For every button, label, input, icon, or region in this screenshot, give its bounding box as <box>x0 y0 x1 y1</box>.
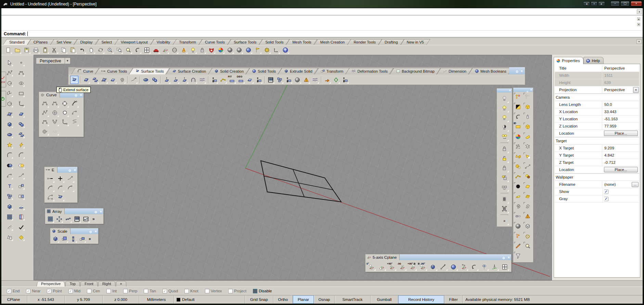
status-cell[interactable]: y 5.709 <box>65 295 103 304</box>
osnap-toggle[interactable]: Project <box>228 289 246 293</box>
close-icon[interactable]: × <box>95 229 97 233</box>
surface-tool-icon-greendia[interactable] <box>332 76 340 84</box>
selection-tool-icon-wedge[interactable] <box>523 132 532 141</box>
workspace-tab[interactable]: Mesh Creation <box>316 39 349 45</box>
property-row[interactable]: Wallpaper ▼ <box>555 173 639 181</box>
curve-palette-icon-curvepts[interactable] <box>40 99 49 108</box>
curve-palette-icon-conic[interactable] <box>40 126 49 136</box>
status-cell[interactable]: Gumball <box>371 295 398 304</box>
toolbar-icon-magdash[interactable] <box>115 46 123 54</box>
curve-palette-icon-blob[interactable] <box>60 108 69 117</box>
array-palette-icon-arraycrv[interactable] <box>64 215 72 223</box>
cplane-tool-icon-cplf[interactable]: B -90° <box>418 263 427 271</box>
extend-palette-icon-extarc[interactable] <box>46 183 55 192</box>
perspective-viewport[interactable]: Perspective ▼ CurveCurve ToolsSurface To… <box>34 55 552 280</box>
close-icon[interactable]: × <box>80 93 82 97</box>
menu-item-view[interactable] <box>16 8 22 15</box>
toolbar-icon-magplus[interactable] <box>106 46 114 54</box>
selection-tool-icon-rings[interactable] <box>514 142 523 151</box>
gear-icon[interactable] <box>89 229 93 233</box>
surface-tool-icon-srfrect[interactable]: FIT <box>228 76 236 84</box>
surface-tool-icon-person[interactable] <box>341 76 349 84</box>
osnap-toggle[interactable]: End <box>7 289 20 293</box>
command-history[interactable]: ▲ ▼ <box>1 15 643 30</box>
curve-palette-icon-meshball[interactable] <box>50 108 59 117</box>
browse-button[interactable]: ... <box>632 182 639 187</box>
curve-palette-icon-spring[interactable] <box>70 117 79 126</box>
selection-tool-icon-idtag[interactable]: ID <box>514 122 523 131</box>
selection-tool-icon-srfgold[interactable] <box>514 192 523 201</box>
cplane-tool-icon-cplpts[interactable] <box>459 263 468 271</box>
selection-tool-icon-wheel[interactable] <box>514 132 523 141</box>
osnap-checkbox[interactable] <box>184 289 189 293</box>
selection-tool-icon-pyramid[interactable] <box>523 212 532 221</box>
status-cell[interactable]: Millimeters <box>139 295 174 304</box>
workspace-tab[interactable]: Standard <box>5 39 29 45</box>
osnap-toggle[interactable]: Knot <box>184 289 198 293</box>
visibility-tool-icon-framesel[interactable] <box>500 194 509 204</box>
sidebar-icon-patches[interactable] <box>17 131 25 139</box>
sidebar-icon-polygonic[interactable] <box>5 100 14 108</box>
scroll-up-icon[interactable]: ▲ <box>637 17 640 21</box>
sidebar-icon-rectic[interactable] <box>17 89 25 98</box>
status-cell[interactable]: Filter <box>445 295 463 304</box>
menu-item-edit[interactable] <box>10 8 16 15</box>
more-tools-chevron[interactable]: » <box>91 217 96 221</box>
workspace-tab[interactable]: Display <box>76 39 97 45</box>
surface-tool-icon-arch[interactable] <box>189 76 197 84</box>
selection-tool-icon-spiral[interactable] <box>514 202 523 211</box>
surface-tool-icon-sep[interactable] <box>263 76 266 84</box>
sidebar-icon-spheres2[interactable] <box>17 120 25 129</box>
toolbar-icon-bulb[interactable] <box>189 46 197 54</box>
visibility-tool-icon-bulbgray[interactable] <box>500 94 509 103</box>
cplane-tool-icon-grid4[interactable] <box>500 263 510 271</box>
property-row[interactable]: Height 639 639 ▼ <box>555 79 639 86</box>
curve-palette-icon-curvepts[interactable] <box>50 99 59 108</box>
toolbar-icon-grid4[interactable] <box>143 46 151 54</box>
selection-tool-icon-handpts[interactable] <box>514 172 523 181</box>
osnap-checkbox[interactable] <box>228 289 233 293</box>
surface-tool-icon-sep[interactable] <box>139 76 141 84</box>
property-row[interactable]: Location Place... Place... ▼ <box>555 130 639 137</box>
toolbar-group-tab-extline[interactable]: Curve Tools <box>97 68 131 74</box>
toolbar-icon-flag[interactable] <box>254 46 262 54</box>
selection-tool-icon-cubey[interactable] <box>523 102 532 111</box>
property-row[interactable]: Lens Length 50.0 50.0 ▼ <box>555 101 639 108</box>
sidebar-icon-arcpts[interactable] <box>5 172 14 180</box>
dock-tab-wheel[interactable]: Properties <box>554 57 583 64</box>
surface-tool-icon-sep[interactable] <box>320 76 322 84</box>
menu-item-window[interactable] <box>77 8 83 15</box>
selection-tool-icon-magwin[interactable] <box>523 242 532 251</box>
surface-tool-icon-pyramid[interactable] <box>302 76 310 84</box>
gear-icon[interactable] <box>515 69 519 73</box>
cplane-tool-icon-cpleye[interactable] <box>479 263 489 271</box>
scale-palette-tab[interactable]: Scale <box>50 228 70 234</box>
checkbox[interactable] <box>604 190 608 194</box>
surface-tool-icon-waves[interactable] <box>311 76 319 84</box>
toolbar-icon-spheregray[interactable] <box>235 46 243 54</box>
visibility-tool-icon-lockhalf[interactable] <box>500 173 509 182</box>
osnap-toggle[interactable]: Int <box>106 289 117 293</box>
curve-palette-icon-veepts[interactable] <box>50 117 59 126</box>
array-palette-icon-arraygrid[interactable] <box>46 215 54 223</box>
visibility-tool-icon-sep[interactable] <box>500 192 509 194</box>
surface-tool-icon-orangearrow[interactable] <box>323 76 331 84</box>
status-cell[interactable]: SmartTrack <box>335 295 371 304</box>
aero-extra-button-2[interactable]: ▪ <box>591 1 597 6</box>
osnap-checkbox[interactable] <box>123 289 128 293</box>
surface-tool-icon-blocksic[interactable] <box>275 76 284 84</box>
toolbar-icon-swoosh[interactable] <box>133 46 142 54</box>
scale-palette-icon-scale2d[interactable] <box>60 235 68 243</box>
workspace-tab[interactable]: Surface Tools <box>229 39 261 45</box>
property-row[interactable]: Show ▼ <box>555 188 639 195</box>
toolbar-icon-hand[interactable] <box>87 46 95 54</box>
osnap-toggle[interactable]: Cen <box>87 289 100 293</box>
selection-tool-icon-dots[interactable] <box>523 142 532 151</box>
surface-tool-icon-person[interactable] <box>210 76 218 84</box>
toolbar-icon-wheel[interactable] <box>217 46 225 54</box>
sidebar-icon-bolt[interactable] <box>17 141 25 149</box>
menu-item-dimension[interactable] <box>47 8 53 15</box>
osnap-toggle[interactable]: Near <box>26 289 40 293</box>
toolbar-icon-circleline[interactable] <box>170 46 179 54</box>
toolbar-icon-magwin[interactable] <box>124 46 132 54</box>
